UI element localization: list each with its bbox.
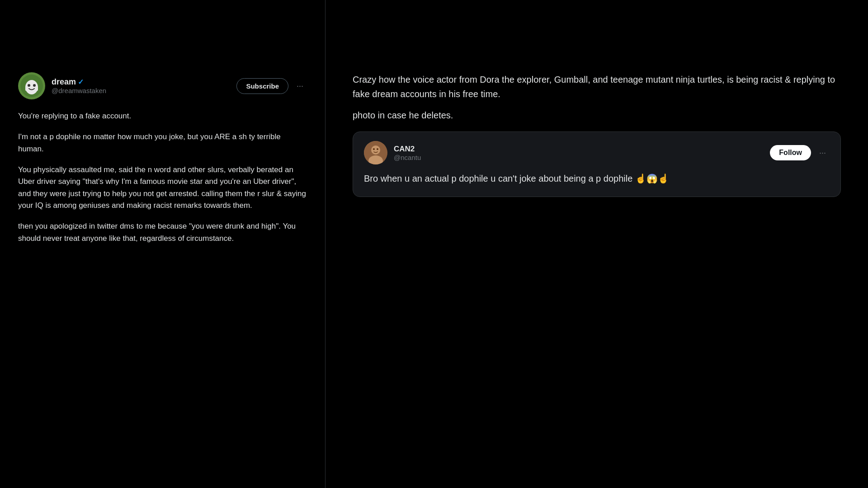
quoted-profile: CAN2 @ncantu [364,141,421,164]
svg-point-3 [33,84,36,87]
quoted-tweet-text: Bro when u an actual p dophile u can't j… [364,172,830,186]
subscribe-button[interactable]: Subscribe [236,78,288,94]
svg-point-1 [25,80,38,94]
profile-header: dream ✓ @dreamwastaken Subscribe ··· [18,72,307,99]
profile-left: dream ✓ @dreamwastaken [18,72,106,99]
tweet-paragraph-1: You're replying to a fake account. [18,110,307,122]
more-options-button[interactable]: ··· [293,80,307,93]
left-panel: dream ✓ @dreamwastaken Subscribe ··· You… [0,0,326,488]
context-text: Crazy how the voice actor from Dora the … [353,72,841,101]
svg-rect-5 [36,87,38,91]
profile-actions: Subscribe ··· [236,78,307,94]
verified-icon: ✓ [78,78,84,86]
tweet-body: You're replying to a fake account. I'm n… [18,110,307,244]
display-name: dream ✓ [52,77,106,87]
quoted-username: @ncantu [394,154,421,161]
tweet-paragraph-2: I'm not a p dophile no matter how much y… [18,131,307,155]
quoted-avatar[interactable] [364,141,387,164]
quoted-profile-info: CAN2 @ncantu [394,145,421,161]
username: @dreamwastaken [52,87,106,94]
svg-rect-4 [25,87,28,91]
svg-point-9 [373,148,375,150]
svg-point-7 [371,145,380,155]
follow-button[interactable]: Follow [770,145,811,160]
svg-point-10 [377,148,378,150]
quoted-more-button[interactable]: ··· [816,146,830,160]
name-text: dream [52,77,76,87]
profile-info: dream ✓ @dreamwastaken [52,77,106,94]
svg-point-2 [28,84,30,87]
quoted-actions: Follow ··· [770,145,830,160]
tweet-paragraph-4: then you apologized in twitter dms to me… [18,221,307,244]
photo-note: photo in case he deletes. [353,110,841,121]
quoted-tweet-header: CAN2 @ncantu Follow ··· [364,141,830,164]
tweet-paragraph-3: You physically assaulted me, said the n … [18,164,307,211]
right-panel: Crazy how the voice actor from Dora the … [326,0,868,488]
quoted-display-name: CAN2 [394,145,421,154]
quoted-tweet-card: CAN2 @ncantu Follow ··· Bro when u an ac… [353,131,841,197]
avatar[interactable] [18,72,45,99]
